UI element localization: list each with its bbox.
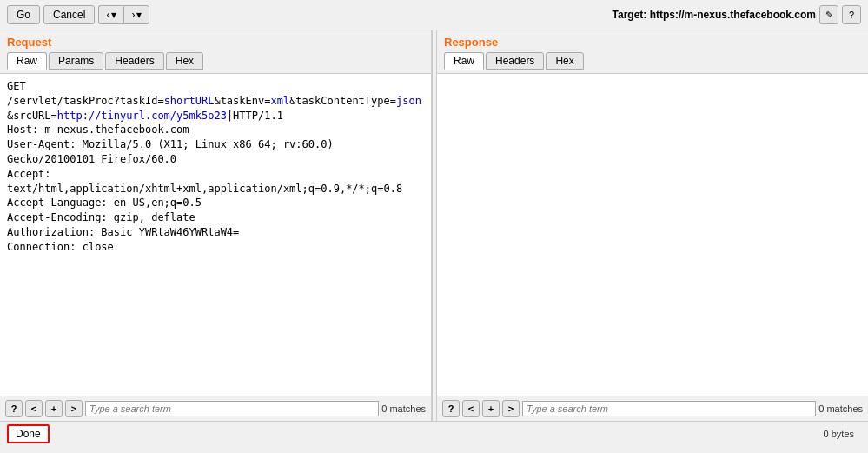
question-icon: ? (11, 403, 17, 414)
request-search-prev[interactable]: < (25, 400, 43, 417)
cancel-button[interactable]: Cancel (43, 5, 95, 24)
target-label: Target: https://m-nexus.thefacebook.com (613, 9, 816, 21)
response-search-question[interactable]: ? (442, 400, 460, 417)
forward-icon: › (131, 9, 135, 21)
request-tab-raw[interactable]: Raw (7, 52, 47, 70)
request-text-plain: GET /servlet/taskProc?taskId= (7, 80, 164, 107)
response-search-bar: ? < + > 0 matches (437, 396, 868, 421)
request-url-2: xml (270, 95, 289, 107)
request-tab-hex[interactable]: Hex (166, 52, 203, 70)
main-content: Request Raw Params Headers Hex GET /serv… (0, 30, 868, 421)
help-icon: ? (849, 10, 854, 20)
next-icon-2: > (508, 403, 514, 414)
back-button[interactable]: ‹ ▾ (98, 5, 123, 24)
request-url-3: json (396, 95, 421, 107)
request-search-input[interactable] (85, 401, 379, 416)
request-tab-headers[interactable]: Headers (105, 52, 163, 70)
response-title: Response (444, 36, 861, 49)
top-toolbar: Go Cancel ‹ ▾ › ▾ Target: https://m-nexu… (0, 0, 868, 30)
prev-icon-2: < (468, 403, 474, 414)
request-tab-params[interactable]: Params (49, 52, 103, 70)
response-tab-headers[interactable]: Headers (486, 52, 544, 70)
back-dropdown-icon: ▾ (111, 9, 116, 21)
request-url-1: shortURL (164, 95, 215, 107)
add-icon-2: + (488, 403, 494, 414)
forward-button[interactable]: › ▾ (123, 5, 149, 24)
add-icon: + (51, 403, 56, 414)
done-button[interactable]: Done (7, 424, 50, 443)
response-pane: Response Raw Headers Hex ? < + > 0 match… (437, 30, 868, 421)
response-header: Response Raw Headers Hex (437, 30, 868, 74)
response-search-add[interactable]: + (482, 400, 500, 417)
response-search-input[interactable] (522, 401, 816, 416)
request-content[interactable]: GET /servlet/taskProc?taskId=shortURL&ta… (0, 73, 431, 396)
edit-icon: ✎ (825, 10, 833, 21)
request-text-5: |HTTP/1.1 Host: m-nexus.thefacebook.com … (7, 110, 402, 253)
request-text-3: &taskContentType= (289, 95, 396, 107)
bottom-bar: Done 0 bytes (0, 421, 868, 445)
request-search-bar: ? < + > 0 matches (0, 396, 431, 421)
response-tab-raw[interactable]: Raw (444, 52, 484, 70)
request-search-question[interactable]: ? (5, 400, 23, 417)
response-search-prev[interactable]: < (462, 400, 480, 417)
response-matches: 0 matches (818, 403, 863, 414)
prev-icon: < (31, 403, 36, 414)
response-search-next[interactable]: > (502, 400, 520, 417)
target-area: Target: https://m-nexus.thefacebook.com … (613, 5, 861, 24)
edit-button[interactable]: ✎ (819, 5, 838, 24)
go-button[interactable]: Go (7, 5, 40, 24)
back-icon: ‹ (106, 9, 109, 21)
question-icon-2: ? (448, 403, 454, 414)
bytes-label: 0 bytes (824, 429, 861, 439)
request-url-4: http://tinyurl.com/y5mk5o23 (57, 110, 227, 122)
request-tabs: Raw Params Headers Hex (7, 52, 424, 70)
response-tab-hex[interactable]: Hex (546, 52, 583, 70)
help-button[interactable]: ? (842, 5, 861, 24)
request-title: Request (7, 36, 424, 49)
nav-controls: Go Cancel ‹ ▾ › ▾ (7, 5, 149, 24)
back-nav-group: ‹ ▾ › ▾ (98, 5, 149, 24)
request-matches: 0 matches (381, 403, 426, 414)
response-tabs: Raw Headers Hex (444, 52, 861, 70)
request-text-4: &srcURL= (7, 110, 57, 122)
request-search-next[interactable]: > (65, 400, 83, 417)
forward-dropdown-icon: ▾ (136, 9, 142, 21)
response-content[interactable] (437, 73, 868, 396)
request-text-2: &taskEnv= (214, 95, 270, 107)
next-icon: > (71, 403, 76, 414)
request-header: Request Raw Params Headers Hex (0, 30, 431, 74)
request-pane: Request Raw Params Headers Hex GET /serv… (0, 30, 432, 421)
request-search-add[interactable]: + (45, 400, 63, 417)
